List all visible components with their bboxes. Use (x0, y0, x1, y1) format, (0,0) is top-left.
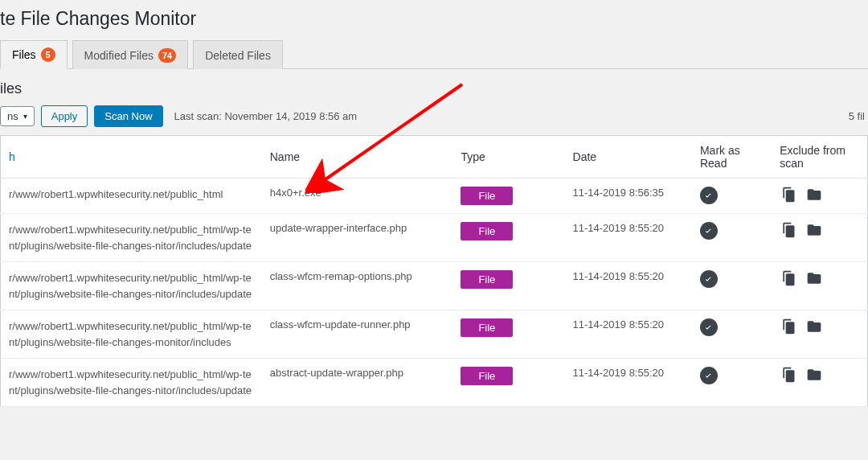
type-badge: File (461, 222, 513, 240)
check-icon (703, 226, 714, 236)
tab-badge: 74 (158, 48, 176, 63)
files-icon (780, 270, 797, 286)
mark-read-button[interactable] (700, 270, 718, 288)
type-badge: File (461, 367, 513, 385)
date-cell: 11-14-2019 8:55:20 (565, 214, 692, 262)
date-cell: 11-14-2019 8:55:20 (565, 310, 692, 359)
name-cell: class-wfcm-remap-options.php (262, 262, 453, 310)
table-row: r/www/robert1.wpwhitesecurity.net/public… (1, 262, 868, 310)
check-icon (703, 191, 714, 201)
exclude-cell (772, 179, 867, 214)
folder-icon (805, 222, 823, 238)
tab-modified-files[interactable]: Modified Files 74 (72, 40, 189, 69)
action-bar: ns ▾ Apply Scan Now Last scan: November … (0, 105, 868, 135)
path-cell: r/www/robert1.wpwhitesecurity.net/public… (1, 310, 262, 359)
type-cell: File (452, 359, 564, 407)
path-cell: r/www/robert1.wpwhitesecurity.net/public… (1, 214, 262, 262)
name-cell: class-wfcm-update-runner.php (262, 310, 453, 359)
type-badge: File (461, 270, 513, 289)
mark-cell (692, 262, 772, 310)
path-cell: r/www/robert1.wpwhitesecurity.net/public… (1, 262, 262, 310)
file-changes-table: h Name Type Date Mark as Read Exclude fr… (0, 135, 868, 407)
files-icon (780, 222, 797, 238)
exclude-cell (772, 214, 867, 262)
table-row: r/www/robert1.wpwhitesecurity.net/public… (1, 310, 868, 359)
type-cell: File (452, 262, 564, 310)
exclude-folder-button[interactable] (805, 222, 823, 238)
mark-read-button[interactable] (700, 318, 718, 336)
type-cell: File (452, 310, 564, 359)
file-count: 5 fil (849, 110, 868, 122)
tab-label: Modified Files (84, 49, 154, 62)
date-cell: 11-14-2019 8:56:35 (565, 179, 692, 214)
path-cell: r/www/robert1.wpwhitesecurity.net/public… (1, 179, 262, 214)
mark-read-button[interactable] (700, 222, 718, 240)
path-cell: r/www/robert1.wpwhitesecurity.net/public… (1, 359, 262, 407)
name-cell: abstract-update-wrapper.php (262, 359, 453, 407)
files-icon (780, 187, 797, 203)
table-row: r/www/robert1.wpwhitesecurity.net/public… (1, 179, 868, 214)
check-icon (703, 371, 714, 381)
type-badge: File (461, 187, 513, 205)
files-icon (780, 318, 797, 335)
tab-label: Deleted Files (205, 49, 271, 62)
col-path-header[interactable]: h (1, 136, 262, 179)
chevron-down-icon: ▾ (23, 112, 27, 121)
mark-cell (692, 310, 772, 359)
select-label: ns (7, 110, 18, 122)
table-row: r/www/robert1.wpwhitesecurity.net/public… (1, 214, 868, 262)
exclude-file-button[interactable] (780, 318, 797, 335)
exclude-folder-button[interactable] (805, 367, 823, 383)
exclude-cell (772, 359, 867, 407)
apply-button[interactable]: Apply (41, 105, 88, 127)
tab-label: Files (12, 48, 36, 61)
check-icon (703, 322, 714, 333)
name-cell: update-wrapper-interface.php (262, 214, 453, 262)
col-exclude-header: Exclude from scan (772, 136, 867, 179)
date-cell: 11-14-2019 8:55:20 (565, 262, 692, 310)
folder-icon (805, 318, 823, 335)
tabs-bar: Files 5 Modified Files 74 Deleted Files (0, 39, 868, 69)
exclude-folder-button[interactable] (805, 187, 823, 203)
tab-added-files[interactable]: Files 5 (0, 40, 68, 69)
type-cell: File (452, 179, 564, 214)
table-row: r/www/robert1.wpwhitesecurity.net/public… (1, 359, 868, 407)
tab-deleted-files[interactable]: Deleted Files (193, 40, 283, 69)
bulk-actions-select[interactable]: ns ▾ (0, 106, 35, 126)
exclude-file-button[interactable] (780, 367, 797, 383)
exclude-file-button[interactable] (780, 270, 797, 286)
type-badge: File (461, 318, 513, 337)
date-cell: 11-14-2019 8:55:20 (565, 359, 692, 407)
page-title: te File Changes Monitor (0, 0, 868, 39)
name-cell: h4x0+r.exe (262, 179, 453, 214)
exclude-folder-button[interactable] (805, 318, 823, 335)
exclude-folder-button[interactable] (805, 270, 823, 286)
exclude-file-button[interactable] (780, 187, 797, 203)
scan-now-button[interactable]: Scan Now (94, 105, 162, 127)
mark-cell (692, 359, 772, 407)
exclude-cell (772, 310, 867, 359)
col-type-header[interactable]: Type (452, 136, 564, 179)
mark-cell (692, 179, 772, 214)
mark-cell (692, 214, 772, 262)
last-scan-text: Last scan: November 14, 2019 8:56 am (174, 110, 358, 122)
mark-read-button[interactable] (700, 187, 718, 204)
check-icon (703, 274, 714, 285)
exclude-file-button[interactable] (780, 222, 797, 238)
tab-badge: 5 (41, 47, 55, 62)
folder-icon (805, 270, 823, 286)
col-name-header[interactable]: Name (262, 136, 453, 179)
exclude-cell (772, 262, 867, 310)
folder-icon (805, 367, 823, 383)
section-title: iles (0, 80, 868, 97)
folder-icon (805, 187, 823, 203)
col-mark-header: Mark as Read (692, 136, 772, 179)
col-date-header[interactable]: Date (565, 136, 692, 179)
mark-read-button[interactable] (700, 367, 718, 384)
type-cell: File (452, 214, 564, 262)
files-icon (780, 367, 797, 383)
